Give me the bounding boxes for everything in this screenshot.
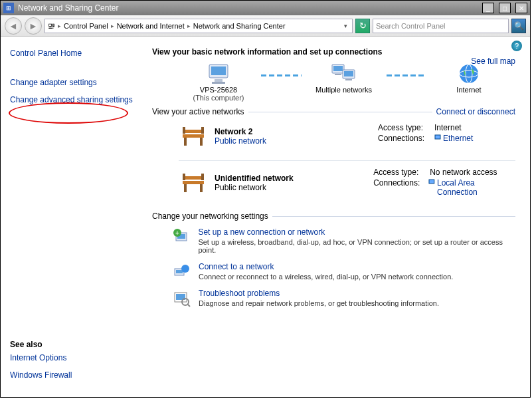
chevron-down-icon[interactable]: ▾ (342, 23, 349, 29)
troubleshoot-icon (172, 289, 191, 307)
node-multi-label: Multiple networks (315, 86, 372, 94)
svg-rect-26 (429, 180, 434, 184)
see-also-firewall[interactable]: Windows Firewall (10, 370, 72, 380)
breadcrumb-icon: 🖳 (48, 22, 55, 30)
net2-name: Unidentified network (215, 174, 294, 183)
svg-rect-1 (211, 66, 226, 75)
net2-conn-link[interactable]: Local Area Connection (437, 178, 515, 197)
net1-access-label: Access type: (378, 123, 434, 132)
close-button[interactable]: ✕ (515, 3, 527, 13)
network-icon (329, 62, 359, 86)
navbar: ◄ ► 🖳 ▸ Control Panel ▸ Network and Inte… (1, 15, 530, 37)
svg-rect-22 (184, 184, 187, 192)
titlebar: ⊞ Network and Sharing Center _ □ ✕ (1, 1, 530, 15)
chevron-right-icon: ▸ (111, 23, 114, 29)
svg-rect-32 (176, 270, 183, 273)
net2-access-value: No network access (430, 168, 497, 177)
svg-rect-3 (212, 82, 225, 84)
net2-type: Public network (215, 183, 266, 192)
help-icon[interactable]: ? (511, 41, 522, 51)
minimize-button[interactable]: _ (482, 3, 494, 13)
sidebar-home-link[interactable]: Control Panel Home (10, 49, 137, 58)
connect-network-icon (172, 262, 191, 281)
see-also-internet-options[interactable]: Internet Options (10, 353, 72, 362)
net1-conn-label: Connections: (378, 134, 434, 143)
full-map-link[interactable]: See full map (471, 57, 515, 66)
s2-desc: Connect or reconnect to a wireless, wire… (199, 273, 453, 281)
port-icon (428, 178, 435, 185)
svg-rect-15 (184, 138, 187, 146)
search-button[interactable]: 🔍 (511, 19, 526, 33)
window: ⊞ Network and Sharing Center _ □ ✕ ◄ ► 🖳… (0, 0, 531, 398)
new-connection-icon: + (172, 227, 190, 246)
bench-icon (179, 123, 208, 150)
net1-type-link[interactable]: Public network (215, 136, 266, 146)
svg-rect-18 (201, 127, 204, 134)
svg-rect-20 (183, 176, 204, 180)
back-button[interactable]: ◄ (5, 17, 22, 35)
svg-rect-23 (200, 184, 203, 192)
svg-text:+: + (175, 229, 179, 237)
connection-line (387, 74, 427, 76)
node-pc-label: VPS-25628 (200, 86, 237, 94)
s2-title[interactable]: Connect to a network (199, 262, 453, 271)
svg-rect-2 (215, 79, 222, 82)
annotation-circle (9, 102, 128, 124)
sidebar-adapter-link[interactable]: Change adapter settings (10, 78, 137, 87)
svg-line-37 (187, 304, 190, 307)
breadcrumb-mid[interactable]: Network and Internet (117, 22, 185, 30)
svg-point-10 (460, 65, 478, 83)
port-icon (434, 134, 441, 140)
address-bar[interactable]: 🖳 ▸ Control Panel ▸ Network and Internet… (44, 19, 353, 33)
forward-button[interactable]: ► (25, 17, 42, 35)
active-networks-label: View your active networks (152, 107, 244, 116)
svg-rect-19 (435, 135, 440, 139)
net2-conn-label: Connections: (373, 178, 428, 197)
search-input[interactable]: Search Control Panel (373, 19, 509, 33)
app-icon: ⊞ (3, 3, 14, 13)
svg-rect-9 (345, 79, 352, 80)
setting-row-1[interactable]: + Set up a new connection or networkSet … (152, 223, 515, 258)
svg-rect-16 (200, 138, 203, 146)
chevron-right-icon: ▸ (187, 23, 191, 29)
body: Control Panel Home Change adapter settin… (1, 37, 530, 397)
breadcrumb-root[interactable]: Control Panel (64, 22, 108, 30)
net1-access-value: Internet (434, 123, 462, 132)
node-computer: VPS-25628 (This computer) (179, 62, 258, 102)
node-internet-label: Internet (456, 86, 481, 94)
net1-conn-link[interactable]: Ethernet (443, 134, 473, 143)
refresh-button[interactable]: ↻ (355, 19, 370, 33)
connect-disconnect-link[interactable]: Connect or disconnect (436, 107, 515, 116)
computer-icon (205, 62, 232, 86)
s1-title[interactable]: Set up a new connection or network (198, 227, 515, 237)
maximize-button[interactable]: □ (499, 3, 511, 13)
node-pc-sub: (This computer) (193, 94, 244, 102)
node-multi: Multiple networks (304, 62, 384, 102)
divider (179, 160, 515, 161)
active-networks-header: View your active networks Connect or dis… (152, 107, 515, 116)
window-title: Network and Sharing Center (18, 3, 478, 13)
breadcrumb-leaf[interactable]: Network and Sharing Center (193, 22, 286, 30)
svg-rect-25 (201, 174, 204, 180)
change-settings-header: Change your networking settings (152, 211, 515, 221)
connection-line (261, 74, 302, 76)
network-map: VPS-25628 (This computer) Multiple netwo… (179, 62, 509, 102)
s3-title[interactable]: Troubleshoot problems (199, 289, 439, 298)
svg-rect-24 (183, 174, 185, 180)
svg-rect-17 (183, 127, 185, 134)
see-also-heading: See also (10, 340, 72, 349)
setting-row-3[interactable]: Troubleshoot problemsDiagnose and repair… (152, 285, 515, 311)
main-panel: ? View your basic network information an… (147, 37, 530, 397)
bench-icon (179, 170, 208, 196)
svg-rect-7 (344, 71, 353, 76)
change-settings-label: Change your networking settings (152, 211, 268, 221)
see-also: See also Internet Options Windows Firewa… (10, 340, 72, 388)
s1-desc: Set up a wireless, broadband, dial-up, a… (198, 238, 515, 254)
setting-row-2[interactable]: Connect to a networkConnect or reconnect… (152, 258, 515, 285)
svg-point-33 (181, 265, 189, 273)
s3-desc: Diagnose and repair network problems, or… (199, 299, 439, 307)
net1-name: Network 2 (215, 127, 266, 136)
svg-rect-21 (183, 181, 204, 184)
svg-rect-5 (333, 66, 343, 71)
node-internet: Internet (429, 62, 509, 102)
